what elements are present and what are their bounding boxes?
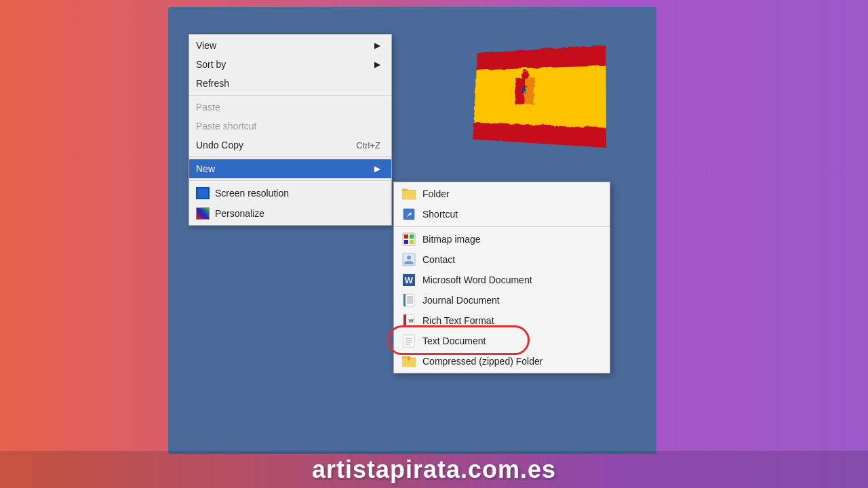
contact-icon: [402, 253, 416, 266]
journal-label: Journal Document: [422, 295, 500, 306]
folder-icon: [402, 187, 416, 201]
shortcut-label: Shortcut: [422, 209, 458, 220]
svg-point-16: [407, 256, 411, 260]
separator-1: [189, 95, 391, 96]
sub-item-journal[interactable]: Journal Document: [394, 290, 610, 310]
sub-item-rtf[interactable]: W Rich Text Format: [394, 310, 610, 331]
menu-item-sort-by[interactable]: Sort by ▶: [189, 55, 391, 74]
text-doc-label: Text Document: [422, 336, 486, 346]
screen-resolution-icon: [196, 186, 210, 200]
context-menu-main: View ▶ Sort by ▶ Refresh Paste Paste sho…: [189, 34, 392, 226]
sub-separator-1: [394, 226, 610, 227]
sub-item-folder[interactable]: Folder: [394, 184, 610, 204]
new-arrow-icon: ▶: [374, 164, 380, 174]
rtf-label: Rich Text Format: [422, 315, 494, 326]
bitmap-label: Bitmap image: [422, 234, 481, 245]
contact-label: Contact: [422, 254, 455, 265]
menu-item-new[interactable]: New ▶: [189, 159, 391, 178]
menu-item-paste: Paste: [189, 98, 391, 117]
svg-rect-35: [408, 361, 410, 362]
paste-shortcut-label: Paste shortcut: [196, 121, 257, 131]
svg-rect-13: [404, 240, 408, 244]
separator-2: [189, 157, 391, 157]
refresh-label: Refresh: [196, 78, 229, 89]
undo-copy-shortcut: Ctrl+Z: [356, 140, 380, 150]
svg-rect-1: [473, 64, 606, 127]
svg-rect-14: [410, 240, 414, 244]
paste-label: Paste: [196, 102, 220, 113]
rtf-icon: W: [402, 314, 416, 327]
desktop: E View ▶ Sort by ▶ Refresh Paste Paste s…: [168, 7, 656, 454]
svg-text:E: E: [521, 85, 526, 94]
bitmap-icon: [402, 232, 416, 246]
svg-rect-11: [404, 235, 408, 239]
sub-item-compressed[interactable]: Compressed (zipped) Folder: [394, 351, 610, 371]
sub-item-word-doc[interactable]: W Microsoft Word Document: [394, 270, 610, 290]
footer-text: artistapirata.com.es: [312, 455, 556, 484]
svg-text:↗: ↗: [406, 211, 412, 218]
menu-item-undo-copy[interactable]: Undo Copy Ctrl+Z: [189, 136, 391, 155]
svg-rect-20: [403, 294, 406, 306]
word-doc-icon: W: [402, 273, 416, 287]
menu-item-paste-shortcut: Paste shortcut: [189, 117, 391, 136]
menu-item-view[interactable]: View ▶: [189, 36, 391, 55]
personalize-label: Personalize: [215, 208, 264, 219]
folder-label: Folder: [422, 188, 450, 199]
svg-rect-28: [403, 335, 414, 347]
sort-by-label: Sort by: [196, 59, 226, 70]
view-arrow-icon: ▶: [374, 41, 380, 50]
svg-rect-26: [403, 314, 406, 327]
sub-item-contact[interactable]: Contact: [394, 249, 610, 270]
personalize-icon: [196, 207, 210, 220]
text-doc-icon: [402, 334, 416, 348]
journal-icon: [402, 293, 416, 307]
svg-rect-33: [408, 357, 410, 358]
view-label: View: [196, 40, 216, 51]
undo-copy-label: Undo Copy: [196, 140, 243, 150]
sub-item-bitmap[interactable]: Bitmap image: [394, 229, 610, 249]
sub-item-shortcut[interactable]: ↗ Shortcut: [394, 204, 610, 224]
spain-flag: E: [467, 47, 602, 142]
compressed-label: Compressed (zipped) Folder: [422, 356, 542, 367]
svg-text:W: W: [405, 275, 414, 285]
menu-item-refresh[interactable]: Refresh: [189, 74, 391, 93]
context-menu-sub: Folder ↗ Shortcut: [393, 182, 610, 373]
svg-text:W: W: [408, 318, 414, 324]
sub-item-text-doc[interactable]: Text Document: [394, 331, 610, 351]
svg-rect-12: [410, 235, 414, 239]
svg-rect-34: [408, 359, 410, 360]
menu-item-screen-resolution[interactable]: Screen resolution: [189, 183, 391, 203]
shortcut-icon: ↗: [402, 207, 416, 221]
new-label: New: [196, 163, 215, 174]
footer: artistapirata.com.es: [0, 451, 868, 488]
menu-item-personalize[interactable]: Personalize: [189, 203, 391, 224]
separator-3: [189, 180, 391, 181]
word-doc-label: Microsoft Word Document: [422, 274, 532, 285]
sort-by-arrow-icon: ▶: [374, 60, 380, 69]
compressed-icon: [402, 354, 416, 368]
screen-resolution-label: Screen resolution: [215, 188, 289, 199]
